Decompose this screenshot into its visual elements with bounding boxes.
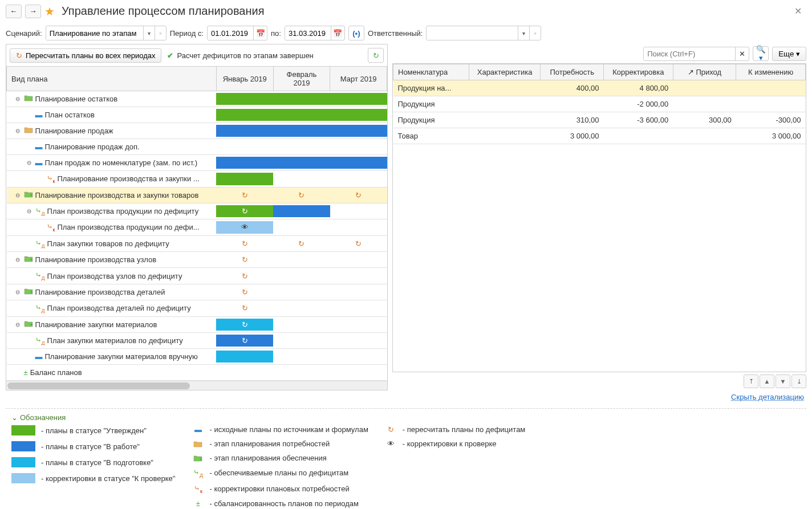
tree-expander-icon[interactable]: ⊖ <box>14 321 22 328</box>
responsible-open-icon[interactable]: ▫ <box>529 26 541 40</box>
col-characteristic[interactable]: Характеристика <box>469 64 541 80</box>
legend-icon: ▬ <box>192 425 204 434</box>
tree-row[interactable]: ⊖ + Планирование производства деталей ↻ <box>7 284 387 300</box>
legend-color-box <box>11 473 35 483</box>
responsible-input[interactable] <box>427 27 518 40</box>
col-plan-type[interactable]: Вид плана <box>7 67 217 91</box>
nav-last-button[interactable]: ⤓ <box>791 374 806 388</box>
tree-expander-icon[interactable]: ⊖ <box>14 96 22 102</box>
col-demand[interactable]: Потребность <box>541 64 604 80</box>
tree-expander-icon[interactable]: ⊖ <box>14 192 22 198</box>
tree-row[interactable]: ▬ Планирование закупки материалов вручну… <box>7 349 387 365</box>
tree-row-label: Планирование производства деталей <box>35 288 165 296</box>
refresh-button[interactable]: ↻ <box>368 48 384 63</box>
col-income[interactable]: ↗ Приход <box>673 64 736 80</box>
tree-row[interactable]: ⤷Д План закупки товаров по дефициту ↻↻↻ <box>7 235 387 252</box>
refresh-icon[interactable]: ↻ <box>221 287 269 297</box>
refresh-icon[interactable]: ↻ <box>335 239 383 249</box>
cell-nomenclature: Продукция на... <box>393 80 469 96</box>
tree-row[interactable]: ⊖ + Планирование закупки материалов ↻ <box>7 316 387 332</box>
tree-row[interactable]: ⤷Д План производства узлов по дефициту ↻ <box>7 268 387 284</box>
period-from-field[interactable]: 📅 <box>207 26 267 40</box>
col-month-mar[interactable]: Март 2019 <box>330 67 387 91</box>
tree-row[interactable]: ⊖ + Планирование производства и закупки … <box>7 187 387 203</box>
detail-row[interactable]: Продукция -2 000,00 <box>393 96 806 112</box>
calendar-icon[interactable]: 📅 <box>331 26 344 40</box>
cell-nomenclature: Товар <box>393 128 469 144</box>
scenario-input[interactable] <box>46 27 143 40</box>
tree-row[interactable]: ⤷к План производства продукции по дефи..… <box>7 219 387 236</box>
tree-expander-icon[interactable]: ⊖ <box>14 256 22 263</box>
tree-row[interactable]: ⊖ ⤷Д План производства продукции по дефи… <box>7 203 387 219</box>
right-panel: ✕ 🔍 ▾ Еще ▾ Номенклатура Характеристика … <box>392 44 806 390</box>
svg-text:+: + <box>30 323 33 327</box>
legend-icon: + <box>192 454 204 462</box>
tree-row-icon: ⤷Д <box>35 303 45 313</box>
refresh-icon[interactable]: ↻ <box>278 239 326 249</box>
close-icon[interactable]: ✕ <box>790 3 806 19</box>
tree-row-label: Планирование производства узлов <box>35 255 157 264</box>
tree-row[interactable]: ⊖ + Планирование производства узлов ↻ <box>7 252 387 268</box>
scenario-dropdown[interactable]: ▾ ▫ <box>46 26 167 40</box>
legend-item: ±- сбалансированность планов по периодам <box>192 499 368 508</box>
nav-first-button[interactable]: ⤒ <box>744 374 758 388</box>
period-to-field[interactable]: 📅 <box>285 26 345 40</box>
favorite-star-icon[interactable]: ★ <box>44 5 55 18</box>
hide-detail-link[interactable]: Скрыть детализацию <box>731 393 804 401</box>
tree-expander-icon[interactable]: ⊖ <box>14 289 22 295</box>
nav-down-button[interactable]: ▼ <box>776 374 790 388</box>
nav-forward-button[interactable]: → <box>25 5 41 18</box>
tree-expander-icon[interactable]: ⊖ <box>25 208 33 214</box>
filter-bar: Сценарий: ▾ ▫ Период с: 📅 по: 📅 (•) Отве… <box>0 22 812 44</box>
search-input[interactable] <box>644 47 735 60</box>
tree-row-label: План закупки материалов по дефициту <box>47 336 183 345</box>
tree-row[interactable]: ⊖ Планирование остатков <box>7 91 387 107</box>
chevron-down-icon[interactable]: ▾ <box>518 26 529 40</box>
nav-back-button[interactable]: ← <box>6 5 22 18</box>
tree-row-label: Планирование продаж <box>35 127 113 135</box>
refresh-icon[interactable]: ↻ <box>278 190 326 200</box>
refresh-icon[interactable]: ↻ <box>221 271 269 281</box>
col-nomenclature[interactable]: Номенклатура <box>393 64 469 80</box>
tree-row[interactable]: ⊖ Планирование продаж <box>7 123 387 139</box>
chevron-down-icon[interactable]: ▾ <box>143 26 155 40</box>
period-to-input[interactable] <box>285 26 331 40</box>
refresh-icon[interactable]: ↻ <box>221 239 269 249</box>
tree-expander-icon[interactable]: ⊖ <box>25 160 33 166</box>
refresh-icon[interactable]: ↻ <box>335 190 383 200</box>
refresh-icon[interactable]: ↻ <box>221 255 269 264</box>
tree-expander-icon[interactable]: ⊖ <box>14 128 22 134</box>
tree-row[interactable]: ▬ План остатков <box>7 107 387 123</box>
search-button[interactable]: 🔍 ▾ <box>753 46 769 61</box>
clear-search-icon[interactable]: ✕ <box>735 47 749 60</box>
more-button[interactable]: Еще ▾ <box>772 47 806 61</box>
detail-row[interactable]: Товар 3 000,00 3 000,00 <box>393 128 806 144</box>
nav-up-button[interactable]: ▲ <box>760 374 774 388</box>
calendar-icon[interactable]: 📅 <box>253 26 267 40</box>
search-box[interactable]: ✕ <box>643 47 749 61</box>
period-from-input[interactable] <box>208 26 253 40</box>
col-to-change[interactable]: К изменению <box>736 64 806 80</box>
tree-row[interactable]: ± Баланс планов <box>7 365 387 381</box>
col-month-jan[interactable]: Январь 2019 <box>216 67 273 91</box>
recalc-button[interactable]: ↻ Пересчитать планы во всех периодах <box>10 48 161 63</box>
tree-row[interactable]: ⤷к Планирование производства и закупки .… <box>7 171 387 188</box>
period-select-button[interactable]: (•) <box>348 26 364 40</box>
col-month-feb[interactable]: Февраль 2019 <box>273 67 330 91</box>
responsible-label: Ответственный: <box>368 29 423 38</box>
refresh-icon[interactable]: ↻ <box>221 190 269 200</box>
tree-row[interactable]: ⊖ ▬ План продаж по номенклатуре (зам. по… <box>7 155 387 171</box>
tree-row[interactable]: ⤷Д План производства деталей по дефициту… <box>7 300 387 316</box>
tree-row-label: План продаж по номенклатуре (зам. по ист… <box>45 158 198 167</box>
legend-color-box <box>11 441 35 451</box>
detail-row[interactable]: Продукция 310,00 -3 600,00 300,00 -300,0… <box>393 112 806 128</box>
tree-row[interactable]: ⤷Д План закупки материалов по дефициту ↻ <box>7 332 387 349</box>
responsible-dropdown[interactable]: ▾ ▫ <box>426 26 541 40</box>
legend-toggle[interactable]: ⌄ Обозначения <box>11 413 801 422</box>
scenario-open-icon[interactable]: ▫ <box>155 26 166 40</box>
col-correction[interactable]: Корректировка <box>604 64 673 80</box>
refresh-icon[interactable]: ↻ <box>221 303 269 313</box>
detail-row[interactable]: Продукция на... 400,00 4 800,00 <box>393 80 806 96</box>
horizontal-scrollbar[interactable] <box>6 381 387 390</box>
tree-row[interactable]: ▬ Планирование продаж доп. <box>7 139 387 155</box>
